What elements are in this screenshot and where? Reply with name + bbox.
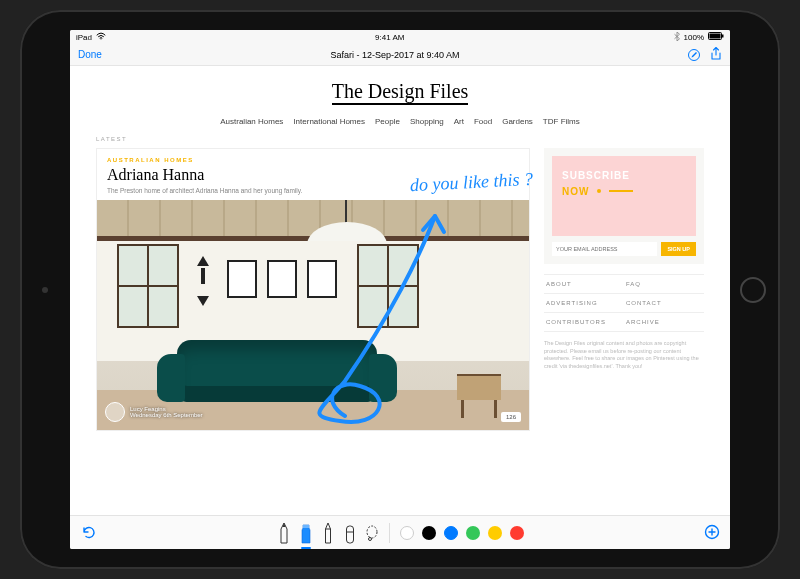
svg-point-5 <box>367 526 377 538</box>
article-photo: Lucy Feagins Wednesday 6th September 126 <box>97 200 529 430</box>
undo-button[interactable] <box>80 524 96 544</box>
dot-icon <box>597 189 601 193</box>
footer-links: ABOUT FAQ ADVERTISING CONTACT CONTRIBUTO… <box>544 274 704 332</box>
count-badge: 126 <box>501 412 521 422</box>
ipad-camera <box>42 287 48 293</box>
footer-link[interactable]: CONTRIBUTORS <box>544 313 624 332</box>
markup-toolbar <box>70 515 730 549</box>
battery-pct: 100% <box>684 33 704 42</box>
color-red[interactable] <box>510 526 524 540</box>
done-button[interactable]: Done <box>78 49 102 60</box>
footer-link[interactable]: ARCHIVE <box>624 313 704 332</box>
svg-rect-3 <box>303 525 309 528</box>
nav-item[interactable]: Australian Homes <box>220 117 283 126</box>
subscribe-box: SUBSCRIBE NOW SIGN UP <box>544 148 704 264</box>
footer-text: The Design Files original content and ph… <box>544 332 704 371</box>
toolbar-divider <box>389 523 390 543</box>
article-subtitle: The Preston home of architect Adriana Ha… <box>107 187 519 194</box>
footer-link[interactable]: ABOUT <box>544 275 624 294</box>
status-time: 9:41 AM <box>375 33 404 42</box>
pen-tool[interactable] <box>277 521 291 545</box>
author-date: Wednesday 6th September <box>130 412 203 418</box>
article-title: Adriana Hanna <box>107 166 519 184</box>
pencil-tool[interactable] <box>321 521 335 545</box>
nav-item[interactable]: International Homes <box>293 117 365 126</box>
featured-article[interactable]: AUSTRALIAN HOMES Adriana Hanna The Prest… <box>96 148 530 431</box>
document-title: Safari - 12-Sep-2017 at 9:40 AM <box>330 50 459 60</box>
avatar <box>105 402 125 422</box>
markup-icon[interactable] <box>688 49 700 61</box>
color-yellow[interactable] <box>488 526 502 540</box>
marker-tool[interactable] <box>299 521 313 545</box>
svg-rect-1 <box>710 34 721 39</box>
battery-icon <box>708 32 724 42</box>
signup-button[interactable]: SIGN UP <box>661 242 696 256</box>
eraser-tool[interactable] <box>343 521 357 545</box>
footer-link[interactable]: ADVERTISING <box>544 294 624 313</box>
nav-item[interactable]: People <box>375 117 400 126</box>
nav-item[interactable]: Art <box>454 117 464 126</box>
color-white[interactable] <box>400 526 414 540</box>
author-byline: Lucy Feagins Wednesday 6th September <box>105 402 203 422</box>
article-category: AUSTRALIAN HOMES <box>107 157 519 163</box>
color-black[interactable] <box>422 526 436 540</box>
webpage-capture: The Design Files Australian Homes Intern… <box>70 66 730 516</box>
nav-item[interactable]: Shopping <box>410 117 444 126</box>
email-input[interactable] <box>552 242 657 256</box>
color-green[interactable] <box>466 526 480 540</box>
lasso-tool[interactable] <box>365 521 379 545</box>
svg-rect-4 <box>346 526 353 543</box>
svg-point-6 <box>368 537 371 540</box>
site-nav: Australian Homes International Homes Peo… <box>70 111 730 136</box>
nav-item[interactable]: Food <box>474 117 492 126</box>
color-blue[interactable] <box>444 526 458 540</box>
add-button[interactable] <box>704 524 720 544</box>
device-label: iPad <box>76 33 92 42</box>
sidebar: SUBSCRIBE NOW SIGN UP <box>544 148 704 431</box>
subscribe-label: SUBSCRIBE <box>562 170 686 181</box>
footer-link[interactable]: CONTACT <box>624 294 704 313</box>
share-icon[interactable] <box>710 47 722 63</box>
ipad-frame: iPad 9:41 AM 100% Done Safari - 12-Sep-2… <box>20 10 780 569</box>
nav-item[interactable]: TDF Films <box>543 117 580 126</box>
line-icon <box>609 190 633 192</box>
markup-navbar: Done Safari - 12-Sep-2017 at 9:40 AM <box>70 44 730 66</box>
nav-item[interactable]: Gardens <box>502 117 533 126</box>
status-bar: iPad 9:41 AM 100% <box>70 30 730 44</box>
screen: iPad 9:41 AM 100% Done Safari - 12-Sep-2… <box>70 30 730 549</box>
wifi-icon <box>96 32 106 42</box>
site-logo[interactable]: The Design Files <box>332 80 469 105</box>
footer-link[interactable]: FAQ <box>624 275 704 294</box>
svg-rect-2 <box>722 35 724 38</box>
latest-label: LATEST <box>70 136 730 146</box>
bluetooth-icon <box>674 32 680 43</box>
home-button[interactable] <box>740 277 766 303</box>
subscribe-now: NOW <box>562 186 589 197</box>
